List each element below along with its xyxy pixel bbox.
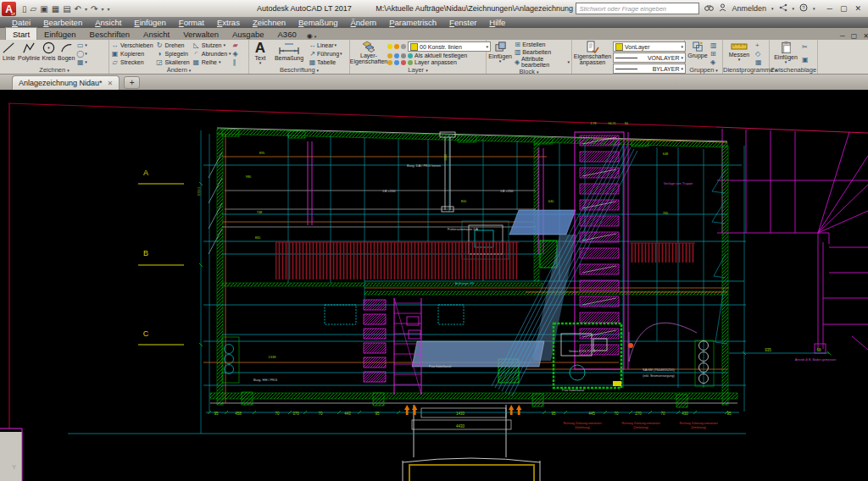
save-as-icon[interactable]: ▦ — [52, 4, 59, 14]
redo-icon[interactable]: ↷ — [91, 4, 97, 14]
calculator-icon[interactable]: ▦ — [755, 58, 762, 66]
doc-close-button[interactable]: ✕ — [863, 32, 868, 40]
move-tool[interactable]: ↔Verschieben — [111, 41, 153, 49]
qat-customize-icon[interactable]: ▾ — [107, 6, 109, 12]
quick-calc-icon[interactable]: ◇ — [755, 50, 762, 58]
menu-bemassung[interactable]: Bemaßung — [298, 18, 337, 27]
tab-a360[interactable]: A360 — [271, 28, 303, 40]
mirror-tool[interactable]: ◑Spiegeln — [156, 50, 190, 58]
set-current-layer-button[interactable]: Als aktuell festlegen — [387, 53, 491, 58]
layer-on-icon[interactable] — [387, 44, 392, 49]
menu-einfuegen[interactable]: Einfügen — [134, 18, 166, 27]
new-drawing-tab-button[interactable]: + — [124, 76, 140, 89]
menu-bearbeiten[interactable]: Bearbeiten — [43, 18, 82, 27]
trim-tool[interactable]: ◺Stutzen▾ — [192, 41, 231, 49]
linear-dim-tool[interactable]: ↔Linear▾ — [309, 41, 342, 49]
leader-tool[interactable]: ↗Führung▾ — [309, 50, 342, 58]
menu-extras[interactable]: Extras — [217, 18, 240, 27]
panel-label-aendern[interactable]: Ändern▾ — [109, 66, 248, 74]
fillet-tool[interactable]: ◜Abrunden▾ — [192, 50, 231, 58]
menu-zeichnen[interactable]: Zeichnen — [253, 18, 286, 27]
menu-parametrisch[interactable]: Parametrisch — [389, 18, 437, 27]
stretch-tool[interactable]: ▱Strecken — [111, 58, 153, 66]
tab-close-icon[interactable]: ✕ — [108, 80, 114, 87]
polyline-tool[interactable]: Polylinie — [18, 41, 40, 66]
match-properties-tool[interactable]: Eigenschaften anpassen — [574, 41, 611, 75]
group-edit-icon[interactable]: ▥ — [710, 41, 717, 49]
share-icon[interactable] — [779, 3, 787, 14]
help-dropdown-icon[interactable]: ▾ — [813, 6, 815, 11]
id-point-icon[interactable]: + — [755, 41, 762, 49]
match-layer-button[interactable]: Layer anpassen — [387, 59, 491, 65]
table-tool[interactable]: ▦Tabelle — [309, 58, 342, 66]
plot-icon[interactable]: ▤ — [63, 4, 70, 14]
tab-ansicht[interactable]: Ansicht — [136, 28, 176, 40]
hatch-icon[interactable]: ▦ — [76, 58, 84, 66]
drawing-area[interactable]: ABCBurg. DA / PKG hintenLB +150LB +150Fu… — [0, 90, 868, 481]
group-select-icon[interactable]: ◈ — [710, 58, 717, 66]
copy-tool[interactable]: ▣Kopieren — [111, 50, 153, 58]
redo-dropdown-icon[interactable]: ▾ — [101, 6, 103, 12]
block-insert-tool[interactable]: Einfügen ▾ — [488, 41, 512, 68]
signin-label[interactable]: Anmelden — [732, 4, 766, 13]
measure-tool[interactable]: Messen ▾ — [725, 41, 754, 66]
open-file-icon[interactable]: ▱ — [31, 4, 37, 14]
object-color-dropdown[interactable]: VonLayer▾ — [613, 41, 686, 52]
user-icon[interactable] — [719, 3, 726, 14]
attribute-edit-tool[interactable]: ◈Attribute bearbeiten▾ — [514, 56, 570, 68]
dimension-tool[interactable]: Bemaßung — [271, 41, 307, 66]
paste-tool[interactable]: Einfügen ▾ — [771, 41, 800, 66]
explode-icon[interactable]: ◈ — [233, 50, 238, 58]
block-create-tool[interactable]: ⊞Erstellen — [514, 41, 545, 48]
rotate-tool[interactable]: ↻Drehen — [156, 41, 190, 49]
menu-format[interactable]: Format — [179, 18, 204, 27]
lineweight-dropdown[interactable]: VONLAYER▾ — [613, 53, 686, 63]
drawing-canvas[interactable]: ABCBurg. DA / PKG hintenLB +150LB +150Fu… — [0, 90, 868, 481]
layer-properties-button[interactable]: Layer-Eigenschaften — [352, 41, 386, 66]
text-tool[interactable]: A Text ▾ — [251, 41, 270, 66]
tab-ausgabe[interactable]: Ausgabe — [225, 28, 271, 40]
cut-icon[interactable]: ✂ — [802, 43, 809, 51]
tab-einfuegen[interactable]: Einfügen — [37, 28, 83, 40]
save-icon[interactable]: ▣ — [40, 4, 47, 14]
document-tab[interactable]: Anlagezeichnung Nidau* ✕ — [12, 75, 120, 90]
search-binoculars-icon[interactable] — [704, 4, 714, 14]
undo-icon[interactable]: ↶ — [75, 4, 81, 14]
group-tool[interactable]: Gruppe — [687, 41, 709, 66]
layer-freeze-icon[interactable] — [394, 44, 399, 49]
menu-ansicht[interactable]: Ansicht — [95, 18, 121, 27]
ellipse-icon[interactable]: ◯ — [76, 50, 84, 58]
scale-tool[interactable]: ◲Skalieren — [156, 58, 190, 66]
tab-verwalten[interactable]: Verwalten — [176, 28, 225, 40]
doc-restore-button[interactable]: ▢ — [851, 32, 858, 40]
erase-icon[interactable]: ▰ — [233, 41, 238, 49]
new-file-icon[interactable]: ▯ — [22, 4, 27, 14]
doc-minimize-button[interactable]: ─ — [840, 32, 845, 40]
panel-label-layer[interactable]: Layer▾ — [350, 66, 486, 74]
autocad-logo-icon[interactable]: ALT — [2, 2, 16, 16]
ribbon-display-dropdown-icon[interactable]: ▾ — [314, 34, 317, 39]
array-tool[interactable]: ▦Reihe▾ — [192, 58, 231, 66]
circle-tool[interactable]: Kreis — [42, 41, 56, 66]
panel-label-gruppen[interactable]: Gruppen▾ — [685, 66, 722, 74]
help-search-input[interactable]: Stichwort oder Frage eingeben — [576, 3, 699, 14]
menu-hilfe[interactable]: Hilfe — [489, 18, 505, 27]
minimize-button[interactable]: ─ — [827, 4, 832, 13]
offset-icon[interactable]: ∥ — [233, 58, 238, 66]
layer-dropdown[interactable]: 00 Konstr. linien ▾ — [408, 41, 491, 52]
linetype-dropdown[interactable]: BYLAYER▾ — [613, 64, 686, 74]
maximize-button[interactable]: ▢ — [840, 4, 848, 13]
signin-dropdown-icon[interactable]: ▾ — [771, 6, 774, 11]
block-edit-tool[interactable]: ▥Bearbeiten — [514, 48, 551, 56]
panel-label-zeichnen[interactable]: Zeichnen▾ — [0, 66, 108, 74]
ribbon-display-icon[interactable]: ◉ — [307, 32, 313, 40]
tab-start[interactable]: Start — [5, 27, 37, 40]
undo-dropdown-icon[interactable]: ▾ — [85, 6, 87, 12]
menu-aendern[interactable]: Ändern — [350, 18, 376, 27]
line-tool[interactable]: Linie — [2, 41, 16, 66]
help-icon[interactable]: ? — [799, 3, 808, 14]
arc-tool[interactable]: Bogen — [58, 41, 75, 66]
layer-lock-icon[interactable] — [401, 44, 406, 49]
tab-beschriften[interactable]: Beschriften — [83, 28, 137, 40]
ungroup-icon[interactable]: ⊞ — [710, 50, 717, 58]
